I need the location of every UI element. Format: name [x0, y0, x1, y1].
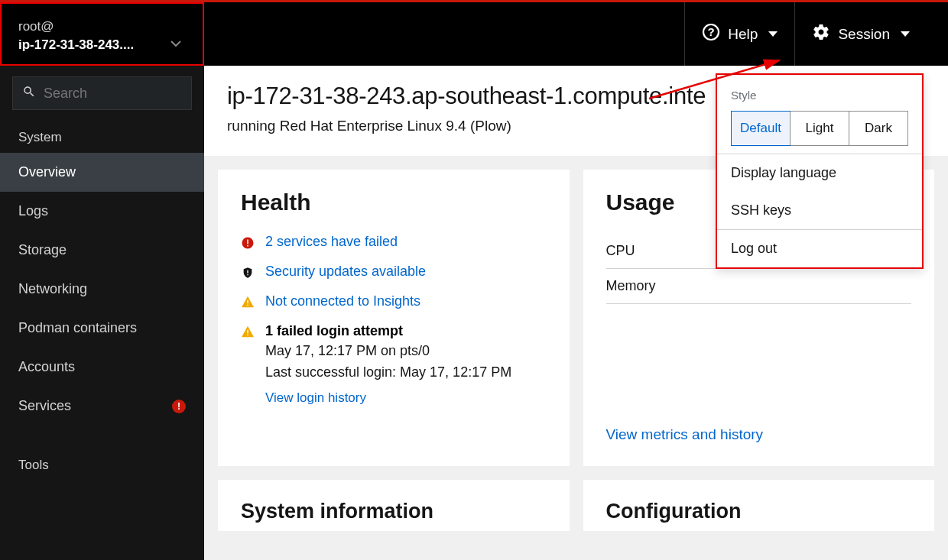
style-default[interactable]: Default [731, 111, 791, 146]
svg-rect-8 [247, 305, 248, 306]
search-input[interactable] [44, 86, 182, 102]
system-info-card: System information [218, 480, 570, 531]
sidebar: System Overview Logs Storage Networking … [0, 66, 204, 560]
gear-icon [812, 23, 830, 45]
user-label: root@ [18, 19, 189, 34]
style-segmented: Default Light Dark [731, 111, 908, 146]
session-popover: Style Default Light Dark Display languag… [716, 73, 924, 269]
nav-logs[interactable]: Logs [0, 192, 204, 231]
nav-overview[interactable]: Overview [0, 153, 204, 192]
shield-icon [241, 264, 255, 280]
help-label: Help [728, 26, 758, 43]
nav-services[interactable]: Services [0, 387, 204, 426]
last-success: Last successful login: May 17, 12:17 PM [241, 362, 547, 384]
configuration-card: Configuration [583, 480, 935, 531]
configuration-heading: Configuration [606, 500, 912, 523]
insights-link[interactable]: Not connected to Insights [265, 293, 420, 309]
security-updates-link[interactable]: Security updates available [265, 264, 426, 280]
nav-storage[interactable]: Storage [0, 231, 204, 270]
ssh-keys[interactable]: SSH keys [717, 192, 922, 229]
svg-rect-9 [247, 330, 248, 333]
svg-rect-5 [247, 270, 248, 274]
svg-text:?: ? [708, 25, 715, 38]
host-switcher[interactable]: root@ ip-172-31-38-243.... [0, 2, 204, 66]
failed-services-link[interactable]: 2 services have failed [265, 234, 398, 250]
style-label: Style [731, 89, 908, 102]
session-label: Session [838, 26, 890, 43]
search-input-wrap[interactable] [12, 76, 192, 110]
session-menu[interactable]: Session [794, 2, 948, 66]
warning-icon [241, 323, 255, 338]
warning-icon [241, 293, 255, 308]
host-label: ip-172-31-38-243.... [18, 37, 171, 53]
chevron-down-icon [901, 31, 910, 37]
search-icon [22, 85, 36, 102]
logout[interactable]: Log out [717, 230, 922, 267]
top-bar: root@ ip-172-31-38-243.... ? Help Sessio… [0, 0, 948, 66]
error-icon [241, 234, 255, 250]
health-card: Health 2 services have failed Security u… [218, 170, 570, 466]
chevron-down-icon [768, 31, 778, 37]
login-time: May 17, 12:17 PM on pts/0 [241, 341, 547, 362]
display-language[interactable]: Display language [717, 154, 922, 192]
usage-memory-row: Memory [606, 269, 912, 304]
svg-rect-4 [247, 245, 248, 247]
svg-rect-3 [247, 240, 248, 244]
failed-login-label: 1 failed login attempt [265, 323, 403, 339]
alert-icon [172, 400, 186, 413]
nav-networking[interactable]: Networking [0, 270, 204, 309]
nav-podman[interactable]: Podman containers [0, 309, 204, 348]
help-icon: ? [702, 23, 720, 45]
chevron-down-icon [170, 37, 181, 51]
help-menu[interactable]: ? Help [684, 2, 794, 66]
style-dark[interactable]: Dark [849, 112, 907, 145]
health-heading: Health [241, 189, 547, 215]
view-login-history-link[interactable]: View login history [265, 388, 366, 408]
svg-rect-7 [247, 300, 248, 303]
style-light[interactable]: Light [790, 112, 849, 145]
nav-group-system: System [0, 121, 204, 153]
system-info-heading: System information [241, 500, 547, 523]
nav-accounts[interactable]: Accounts [0, 348, 204, 387]
view-metrics-link[interactable]: View metrics and history [606, 426, 912, 443]
nav-group-tools: Tools [0, 448, 204, 481]
svg-rect-6 [247, 274, 248, 275]
svg-rect-10 [247, 335, 248, 335]
